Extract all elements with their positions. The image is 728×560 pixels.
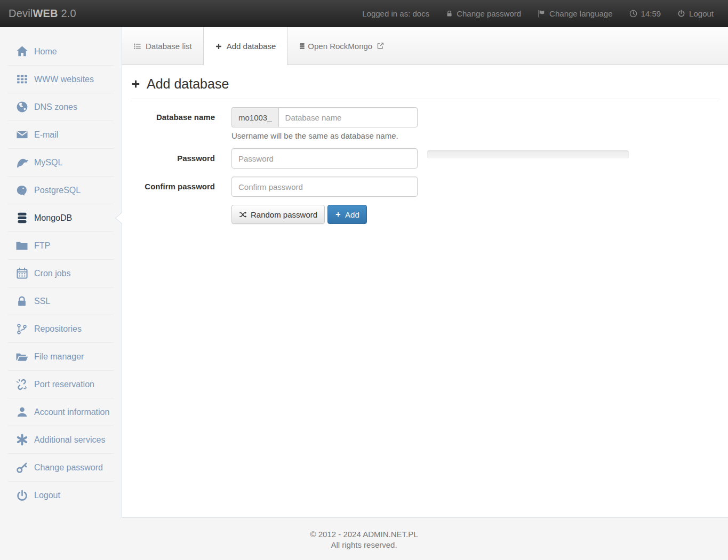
plus-icon (215, 43, 222, 50)
database-icon (16, 211, 28, 225)
page-title: Add database (131, 76, 719, 99)
confirm-password-input[interactable] (231, 177, 418, 197)
calendar-icon (16, 267, 28, 279)
brand-part-devil: Devil (9, 7, 33, 19)
database-icon (299, 42, 306, 50)
tab-database-list[interactable]: Database list (122, 27, 203, 65)
mysql-dolphin-icon (15, 156, 29, 169)
postgresql-elephant-icon (15, 184, 28, 197)
sidebar-item-email[interactable]: E-mail (8, 121, 114, 149)
topbar-menu: Logged in as: docs Change password Chang… (362, 9, 714, 18)
key-icon (16, 461, 28, 474)
sidebar-item-account-information[interactable]: Account information (8, 398, 114, 426)
power-icon (677, 10, 685, 18)
password-input[interactable] (231, 148, 418, 169)
database-name-input-group: mo1003_ (231, 107, 418, 127)
sidebar-item-postgresql[interactable]: PostgreSQL (8, 177, 114, 204)
user-icon (16, 406, 28, 418)
content-area: Add database Database name mo1003_ Usern… (122, 65, 728, 235)
database-name-label: Database name (131, 107, 215, 140)
lock-icon (446, 10, 453, 18)
server-time: 14:59 (629, 9, 661, 18)
shuffle-icon (239, 211, 247, 219)
code-branch-icon (16, 323, 28, 335)
lock-icon (16, 295, 28, 307)
plus-icon (131, 79, 141, 89)
sidebar-item-file-manager[interactable]: File manager (8, 343, 114, 371)
sidebar-item-ftp[interactable]: FTP (8, 232, 114, 260)
confirm-password-label: Confirm password (131, 177, 215, 197)
list-icon (133, 42, 141, 50)
sidebar-item-logout[interactable]: Logout (8, 482, 114, 509)
password-strength-bar (427, 150, 629, 158)
database-name-help-text: Username will be the same as database na… (231, 131, 418, 140)
external-link-icon (377, 42, 384, 50)
flag-icon (538, 10, 546, 18)
plus-icon (335, 211, 341, 218)
sidebar-item-dns-zones[interactable]: DNS zones (8, 93, 114, 121)
database-name-prefix: mo1003_ (231, 107, 278, 127)
asterisk-icon (16, 434, 28, 446)
sidebar-item-additional-services[interactable]: Additional services (8, 426, 114, 454)
main-panel: Database list Add database Open RockMong… (122, 27, 728, 518)
sidebar-item-ssl[interactable]: SSL (8, 287, 114, 315)
tab-bar: Database list Add database Open RockMong… (122, 27, 728, 65)
clock-icon (629, 10, 637, 18)
topbar-logout-link[interactable]: Logout (677, 9, 714, 18)
home-icon (16, 45, 28, 58)
brand-part-version: 2.0 (58, 7, 76, 19)
grid-icon (16, 73, 28, 85)
password-label: Password (131, 148, 215, 169)
topbar-change-password-link[interactable]: Change password (446, 9, 521, 18)
sidebar-item-www-websites[interactable]: WWW websites (8, 66, 114, 93)
sidebar-item-home[interactable]: Home (8, 38, 114, 66)
database-name-input[interactable] (278, 107, 418, 127)
topbar-change-language-link[interactable]: Change language (538, 9, 612, 18)
top-bar: DevilWEB 2.0 Logged in as: docs Change p… (0, 0, 728, 27)
add-button[interactable]: Add (327, 205, 367, 224)
app-logo: DevilWEB 2.0 (9, 7, 76, 20)
sidebar-item-mysql[interactable]: MySQL (8, 149, 114, 177)
broken-chain-icon (15, 378, 28, 391)
globe-icon (16, 101, 28, 113)
sidebar-item-mongodb[interactable]: MongoDB (8, 204, 114, 232)
add-database-form: Database name mo1003_ Username will be t… (131, 107, 719, 224)
sidebar-item-repositories[interactable]: Repositories (8, 315, 114, 343)
folder-icon (15, 239, 28, 252)
power-icon (16, 490, 28, 502)
sidebar-item-port-reservation[interactable]: Port reservation (8, 371, 114, 398)
sidebar-nav: Home WWW websites DNS zones E-mail MySQL… (0, 27, 122, 560)
logged-in-as-text: Logged in as: docs (362, 9, 429, 18)
tab-add-database[interactable]: Add database (203, 27, 288, 65)
sidebar-item-change-password[interactable]: Change password (8, 454, 114, 482)
brand-part-web: WEB (33, 7, 58, 19)
tab-open-rockmongo[interactable]: Open RockMongo (287, 27, 395, 65)
folder-open-icon (15, 350, 29, 363)
random-password-button[interactable]: Random password (231, 205, 325, 224)
sidebar-item-cron-jobs[interactable]: Cron jobs (8, 260, 114, 287)
envelope-icon (15, 129, 29, 141)
